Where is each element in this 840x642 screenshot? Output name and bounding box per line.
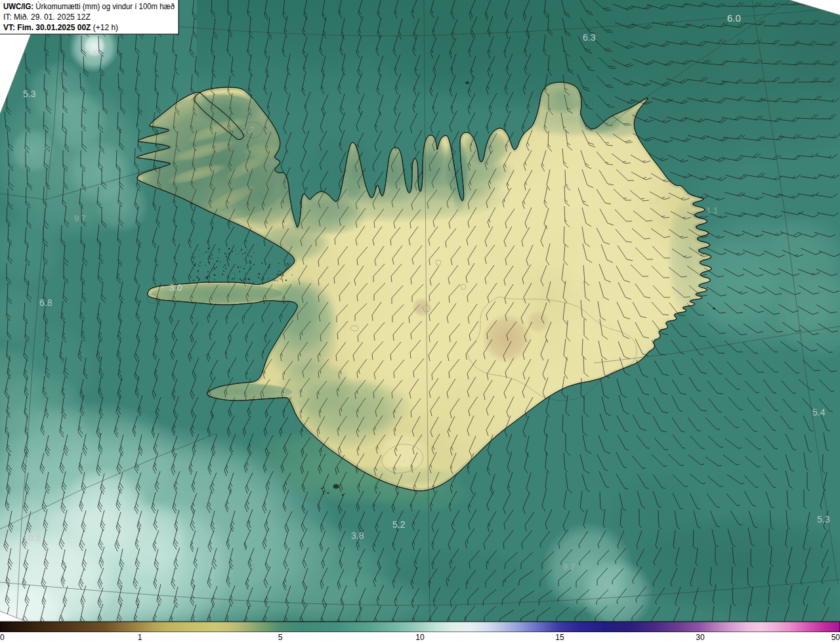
svg-text:1.1: 1.1 — [446, 207, 458, 217]
svg-text:50: 50 — [831, 633, 840, 642]
svg-text:0: 0 — [0, 633, 5, 642]
svg-text:1.1: 1.1 — [706, 205, 718, 215]
svg-text:10: 10 — [415, 633, 425, 642]
svg-text:0.6: 0.6 — [494, 329, 505, 339]
svg-text:9.7: 9.7 — [563, 562, 575, 572]
svg-text:5.4: 5.4 — [812, 407, 826, 417]
svg-text:15: 15 — [555, 633, 564, 642]
svg-text:5.3: 5.3 — [23, 89, 36, 99]
svg-text:0.6: 0.6 — [416, 303, 428, 313]
svg-text:3.8: 3.8 — [351, 530, 364, 541]
svg-text:9.7: 9.7 — [74, 213, 86, 223]
svg-text:6.8: 6.8 — [39, 297, 52, 308]
svg-text:UWC/IG: Úrkomumætti (mm) og vi: UWC/IG: Úrkomumætti (mm) og vindur í 100… — [3, 1, 175, 11]
svg-text:VT: Fim. 30.01.2025 00Z (+12 h: VT: Fim. 30.01.2025 00Z (+12 h) — [3, 23, 118, 32]
svg-text:1.5: 1.5 — [648, 196, 660, 205]
svg-text:5.3: 5.3 — [817, 514, 830, 524]
svg-text:6.0: 6.0 — [727, 12, 741, 24]
svg-text:3.0: 3.0 — [169, 282, 182, 293]
svg-text:IT: Mið. 29. 01. 2025 12Z: IT: Mið. 29. 01. 2025 12Z — [3, 12, 91, 22]
svg-text:1.1: 1.1 — [402, 455, 413, 465]
svg-text:10.5: 10.5 — [23, 532, 41, 543]
svg-text:6.3: 6.3 — [583, 32, 596, 43]
svg-text:2.2: 2.2 — [243, 125, 255, 135]
svg-text:30: 30 — [696, 633, 705, 642]
svg-text:5.2: 5.2 — [392, 519, 406, 530]
svg-text:5: 5 — [278, 633, 283, 642]
svg-text:1: 1 — [138, 633, 142, 642]
svg-text:9.5: 9.5 — [86, 49, 98, 58]
